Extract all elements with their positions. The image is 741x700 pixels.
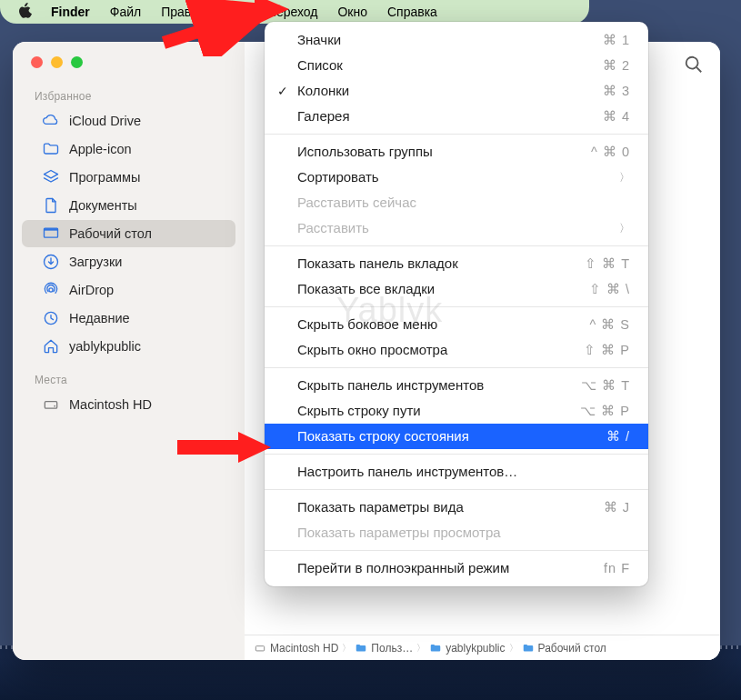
svg-marker-13 [238,432,271,463]
menu-separator [265,134,648,135]
path-segment[interactable]: yablykpublic [429,642,505,655]
menu-item-label: Показать параметры вида [297,497,464,517]
menu-shortcut: ⌘ 3 [603,81,630,101]
path-segment[interactable]: Польз… [355,642,413,655]
sidebar-item-download[interactable]: Загрузки [22,248,235,275]
sidebar-item-label: Macintosh HD [69,397,152,412]
menu-item-label: Список [297,55,343,75]
sidebar-section-favorites: Избранное [13,77,245,106]
sidebar-place-disk[interactable]: Macintosh HD [22,391,235,418]
menu-item[interactable]: Показать все вкладки⇧ ⌘ \ [265,276,648,302]
sidebar-item-home[interactable]: yablykpublic [22,333,235,360]
menu-item[interactable]: Галерея⌘ 4 [265,104,648,129]
menu-separator [265,550,648,551]
airdrop-icon [42,281,60,299]
menu-item-label: Показать строку состояния [297,426,469,446]
sidebar-item-label: Недавние [69,311,130,325]
svg-marker-11 [255,0,289,25]
svg-point-7 [686,57,698,69]
sidebar-item-clock[interactable]: Недавние [22,305,235,332]
annotation-arrow-bottom [173,429,273,465]
folder-icon [42,140,60,158]
path-label: Macintosh HD [270,642,338,655]
close-button[interactable] [31,56,43,68]
menu-shortcut: fn F [604,558,630,578]
sidebar-item-airdrop[interactable]: AirDrop [22,276,235,304]
menu-shortcut: ⌥ ⌘ T [581,375,630,395]
menu-item: Расставить〉 [265,215,648,241]
menu-item[interactable]: Показать панель вкладок⇧ ⌘ T [265,251,648,276]
view-menu-dropdown: Значки⌘ 1Список⌘ 2✓Колонки⌘ 3Галерея⌘ 4И… [265,22,648,586]
search-icon[interactable] [684,55,704,75]
menu-separator [265,367,648,368]
sidebar-item-label: yablykpublic [69,339,141,354]
menu-item[interactable]: Скрыть боковое меню^ ⌘ S [265,312,648,337]
menu-item[interactable]: Использовать группы^ ⌘ 0 [265,139,648,165]
sidebar-item-doc[interactable]: Документы [22,192,235,219]
window-controls [13,56,245,77]
menu-shortcut: ^ ⌘ S [589,315,630,335]
sidebar-section-places: Места [13,361,245,390]
sidebar-item-cloud[interactable]: iCloud Drive [22,107,235,135]
menu-item-label: Колонки [297,81,349,101]
menu-item: Расставить сейчас [265,190,648,215]
home-icon [42,337,60,355]
menu-item-label: Показать панель вкладок [297,254,458,274]
menu-item[interactable]: Скрыть окно просмотра⇧ ⌘ P [265,337,648,363]
menu-shortcut: ⇧ ⌘ \ [589,279,630,299]
submenu-arrow-icon: 〉 [619,167,630,187]
sidebar-item-desktop[interactable]: Рабочий стол [22,220,235,247]
path-segment[interactable]: Macintosh HD [254,642,338,655]
menu-item: Показать параметры просмотра [265,520,648,545]
menu-item[interactable]: Значки⌘ 1 [265,27,648,53]
svg-rect-5 [45,402,56,409]
menubar: Finder Файл Правка Вид Переход Окно Спра… [0,0,589,24]
maximize-button[interactable] [71,56,83,68]
apple-menu-icon[interactable] [9,3,41,22]
menu-separator [265,489,648,490]
sidebar-item-label: iCloud Drive [69,114,141,128]
cloud-icon [42,112,60,130]
menu-item[interactable]: Сортировать〉 [265,165,648,190]
path-label: Рабочий стол [538,642,606,655]
menu-shortcut: ⌘ 2 [603,55,630,75]
chevron-right-icon: 〉 [509,642,518,655]
menu-separator [265,245,648,246]
chevron-right-icon: 〉 [416,642,426,655]
svg-line-8 [696,67,701,72]
sidebar-item-label: Документы [69,198,137,213]
menu-item[interactable]: Настроить панель инструментов… [265,459,648,485]
sidebar-item-label: AirDrop [69,283,114,297]
sidebar-item-folder[interactable]: Apple-icon [22,135,235,163]
submenu-arrow-icon: 〉 [619,218,630,238]
sidebar-item-label: Загрузки [69,255,122,269]
menu-shortcut: ⌘ 1 [603,30,630,50]
menu-item[interactable]: Список⌘ 2 [265,53,648,78]
menu-item[interactable]: Показать строку состояния⌘ / [265,424,648,449]
path-label: yablykpublic [446,642,505,655]
menu-finder[interactable]: Finder [41,0,100,24]
menu-item-label: Скрыть боковое меню [297,315,437,335]
menu-item[interactable]: Перейти в полноэкранный режимfn F [265,555,648,581]
doc-icon [42,196,60,215]
menu-window[interactable]: Окно [327,0,377,24]
menu-item[interactable]: Показать параметры вида⌘ J [265,495,648,520]
menu-item-label: Значки [297,30,341,50]
menu-item-label: Скрыть окно просмотра [297,340,447,360]
svg-rect-9 [255,645,264,650]
menu-item[interactable]: ✓Колонки⌘ 3 [265,78,648,104]
menu-file[interactable]: Файл [100,0,151,24]
minimize-button[interactable] [51,56,63,68]
menu-help[interactable]: Справка [377,0,447,24]
menu-item[interactable]: Скрыть строку пути⌥ ⌘ P [265,398,648,424]
path-segment[interactable]: Рабочий стол [522,642,606,655]
menu-shortcut: ⌘ J [604,497,630,517]
sidebar-item-label: Рабочий стол [69,226,152,241]
sidebar-item-apps[interactable]: Программы [22,164,235,191]
menu-shortcut: ⌘ / [606,426,630,446]
path-bar[interactable]: Macintosh HD〉Польз…〉yablykpublic〉Рабочий… [245,635,720,660]
menu-item-label: Настроить панель инструментов… [297,462,517,482]
menu-item[interactable]: Скрыть панель инструментов⌥ ⌘ T [265,373,648,398]
svg-point-3 [49,288,53,292]
chevron-right-icon: 〉 [342,642,351,655]
